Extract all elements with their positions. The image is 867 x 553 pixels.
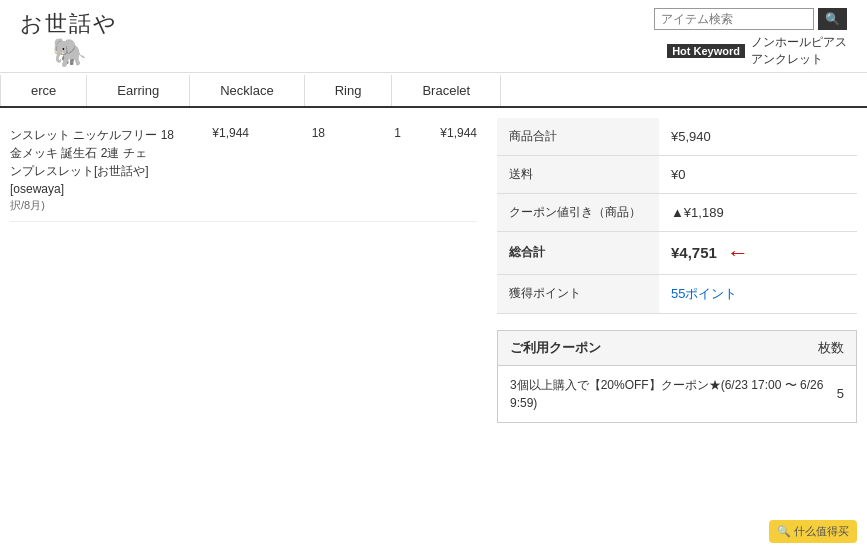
nav-item-necklace[interactable]: Necklace [190,75,304,106]
price-row-points: 獲得ポイント 55ポイント [497,274,857,313]
product-row: ンスレット ニッケルフリー 18金メッキ 誕生石 2連 チェ ンプレスレット[お… [10,118,477,222]
header-right: 🔍 Hot Keyword ノンホールピアス アンクレット [654,8,847,68]
price-row-total: 総合計 ¥4,751 ← [497,231,857,274]
price-value-points: 55ポイント [659,274,857,313]
price-value-1: ¥0 [659,155,857,193]
coupon-header: ご利用クーポン 枚数 [498,331,856,366]
product-info: ンスレット ニッケルフリー 18金メッキ 誕生石 2連 チェ ンプレスレット[お… [10,126,181,213]
coupon-body: 3個以上購入で【20%OFF】クーポン★(6/23 17:00 〜 6/26 9… [498,366,856,422]
nav-item-erce[interactable]: erce [0,75,87,106]
price-label-total: 総合計 [497,231,659,274]
coupon-header-label: ご利用クーポン [510,339,601,357]
product-quantity: 18 [265,126,325,140]
price-label-2: クーポン値引き（商品） [497,193,659,231]
watermark: 🔍 什么值得买 [769,520,857,543]
logo-text: お世話や [20,9,118,39]
hot-keyword-badge: Hot Keyword [667,44,745,58]
points-link[interactable]: 55ポイント [671,286,737,301]
price-label-points: 獲得ポイント [497,274,659,313]
product-price: ¥1,944 [189,126,249,140]
red-arrow-icon: ← [727,242,749,264]
price-row-1: 送料 ¥0 [497,155,857,193]
product-total: ¥1,944 [417,126,477,140]
price-table: 商品合計 ¥5,940 送料 ¥0 クーポン値引き（商品） ▲¥1,189 総合… [497,118,857,314]
price-label-1: 送料 [497,155,659,193]
coupon-section: ご利用クーポン 枚数 3個以上購入で【20%OFF】クーポン★(6/23 17:… [497,330,857,423]
hot-keyword-row: Hot Keyword ノンホールピアス アンクレット [667,34,847,68]
product-cols: ¥1,944 18 1 ¥1,944 [189,126,477,140]
left-panel: ンスレット ニッケルフリー 18金メッキ 誕生石 2連 チェ ンプレスレット[お… [0,118,487,423]
header: お世話や 🐘 🔍 Hot Keyword ノンホールピアス アンクレット [0,0,867,73]
hot-links: ノンホールピアス アンクレット [751,34,847,68]
coupon-header-count: 枚数 [818,339,844,357]
hot-link-1[interactable]: ノンホールピアス [751,34,847,51]
price-row-2: クーポン値引き（商品） ▲¥1,189 [497,193,857,231]
watermark-label: 什么值得买 [794,525,849,537]
coupon-count: 5 [837,386,844,401]
price-value-total: ¥4,751 ← [659,231,857,274]
product-subtitle: 択/8月) [10,198,181,213]
elephant-icon: 🐘 [52,39,87,67]
nav-item-bracelet[interactable]: Bracelet [392,75,501,106]
search-input[interactable] [654,8,814,30]
price-value-2: ▲¥1,189 [659,193,857,231]
coupon-text: 3個以上購入で【20%OFF】クーポン★(6/23 17:00 〜 6/26 9… [510,376,837,412]
main-content: ンスレット ニッケルフリー 18金メッキ 誕生石 2連 チェ ンプレスレット[お… [0,108,867,433]
total-amount: ¥4,751 [671,244,717,261]
nav-item-earring[interactable]: Earring [87,75,190,106]
product-link[interactable]: ンスレット ニッケルフリー 18金メッキ 誕生石 2連 チェ ンプレスレット[お… [10,128,174,196]
search-button[interactable]: 🔍 [818,8,847,30]
search-row: 🔍 [654,8,847,30]
logo-area: お世話や 🐘 [20,9,118,67]
hot-link-2[interactable]: アンクレット [751,51,823,68]
product-num: 1 [341,126,401,140]
right-panel: 商品合計 ¥5,940 送料 ¥0 クーポン値引き（商品） ▲¥1,189 総合… [487,118,867,423]
watermark-text: 🔍 [777,525,794,537]
total-arrow-cell: ¥4,751 ← [671,242,845,264]
product-title: ンスレット ニッケルフリー 18金メッキ 誕生石 2連 チェ ンプレスレット[お… [10,126,181,198]
nav-bar: erce Earring Necklace Ring Bracelet [0,75,867,108]
price-row-0: 商品合計 ¥5,940 [497,118,857,156]
nav-item-ring[interactable]: Ring [305,75,393,106]
price-label-0: 商品合計 [497,118,659,156]
price-value-0: ¥5,940 [659,118,857,156]
